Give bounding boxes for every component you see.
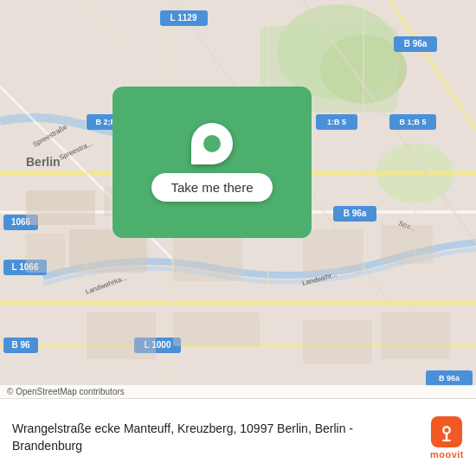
svg-rect-51 bbox=[26, 234, 65, 273]
svg-rect-54 bbox=[381, 225, 433, 264]
svg-text:1:B 5: 1:B 5 bbox=[327, 118, 346, 126]
svg-text:B 96: B 96 bbox=[11, 340, 30, 350]
moovit-text: moovit bbox=[430, 449, 464, 460]
location-pin-icon bbox=[191, 123, 233, 164]
map-card: Take me there bbox=[113, 87, 312, 238]
map-container[interactable]: L 1129 B 96a B 2;B 5 1:B 5 B 1;B 5 1066 bbox=[0, 0, 476, 398]
pin-wrapper bbox=[183, 114, 241, 173]
svg-rect-55 bbox=[87, 312, 156, 359]
svg-text:Berlin: Berlin bbox=[26, 155, 61, 169]
bottom-bar: Wrangelstraße ecke Manteuff, Kreuzberg, … bbox=[0, 398, 476, 476]
svg-rect-48 bbox=[26, 190, 95, 225]
svg-text:B 1;B 5: B 1;B 5 bbox=[399, 118, 426, 126]
take-me-there-button[interactable]: Take me there bbox=[151, 173, 272, 202]
svg-rect-53 bbox=[303, 229, 363, 273]
map-copyright: © OpenStreetMap contributors bbox=[0, 385, 476, 398]
svg-rect-57 bbox=[303, 320, 372, 363]
svg-point-60 bbox=[445, 428, 449, 432]
svg-text:B 96a: B 96a bbox=[439, 374, 460, 383]
svg-rect-58 bbox=[381, 312, 450, 359]
svg-text:B 96a: B 96a bbox=[404, 39, 428, 48]
svg-text:B 96a: B 96a bbox=[344, 209, 367, 218]
svg-text:L 1129: L 1129 bbox=[170, 13, 197, 23]
moovit-logo: moovit bbox=[430, 416, 464, 460]
app: L 1129 B 96a B 2;B 5 1:B 5 B 1;B 5 1066 bbox=[0, 0, 476, 476]
svg-rect-56 bbox=[173, 312, 260, 346]
moovit-logo-icon bbox=[431, 416, 462, 447]
address-text: Wrangelstraße ecke Manteuff, Kreuzberg, … bbox=[12, 421, 418, 454]
